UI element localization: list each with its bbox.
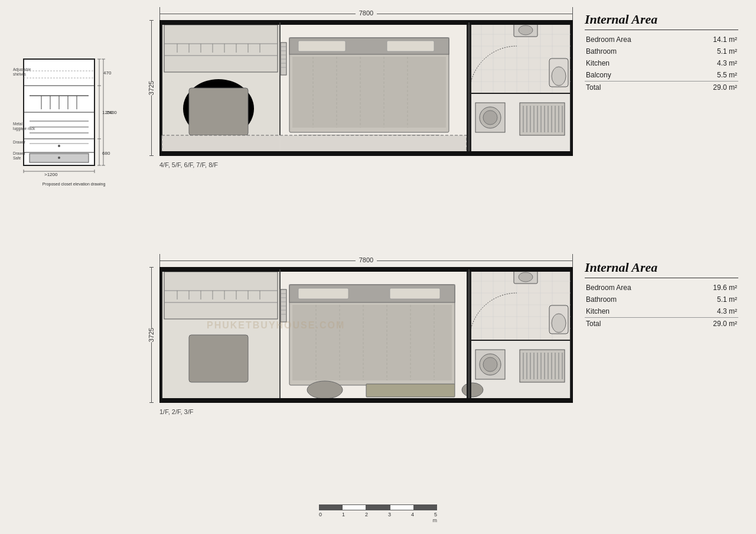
- upper-dim-left-value: 3725: [146, 81, 156, 95]
- svg-rect-172: [189, 335, 248, 382]
- svg-point-146: [483, 357, 497, 372]
- scale-seg: [414, 505, 437, 510]
- svg-rect-96: [164, 25, 278, 72]
- scale-1: 1: [342, 512, 345, 517]
- row-value: 19.6 m²: [683, 282, 738, 294]
- row-value: 5.1 m²: [683, 45, 738, 57]
- scale-segments: [319, 504, 437, 510]
- scale-unit: m: [319, 517, 437, 523]
- svg-text:shelves: shelves: [13, 72, 27, 76]
- svg-rect-87: [387, 41, 434, 51]
- row-value: 4.3 m²: [683, 57, 738, 69]
- scale-3: 3: [388, 512, 391, 517]
- svg-rect-175: [298, 288, 348, 299]
- svg-text:Adjustable: Adjustable: [13, 67, 31, 72]
- lower-dim-top-value: 7800: [356, 256, 377, 263]
- lower-area-title: Internal Area: [585, 260, 738, 278]
- lower-floorplan-svg: [159, 267, 573, 403]
- scale-5: 5: [434, 512, 437, 517]
- total-value: 29.0 m²: [683, 318, 738, 330]
- row-label: Balcony: [585, 69, 683, 82]
- total-label: Total: [585, 82, 683, 94]
- svg-rect-195: [159, 267, 573, 272]
- svg-text:2400: 2400: [106, 110, 117, 115]
- svg-point-19: [58, 157, 60, 159]
- upper-dim-left: 3725: [144, 20, 158, 156]
- lower-plan-wrap: 3725 PHUKETBUYHOUSE.COM: [159, 267, 573, 405]
- upper-floorplan-svg: [159, 20, 573, 156]
- scale-4: 4: [411, 512, 414, 517]
- lower-area-data: Bedroom Area 19.6 m² Bathroom 5.1 m² Kit…: [585, 282, 738, 330]
- row-label: Bedroom Area: [585, 282, 683, 294]
- svg-rect-185: [366, 384, 455, 397]
- svg-rect-86: [298, 41, 346, 51]
- scale-numbers: 0 1 2 3 4 5: [319, 512, 437, 517]
- svg-rect-176: [390, 288, 440, 299]
- scale-bar: 0 1 2 3 4 5 m: [319, 504, 437, 523]
- table-row: Bathroom 5.1 m²: [585, 294, 738, 305]
- row-value: 14.1 m²: [683, 34, 738, 45]
- svg-rect-116: [162, 135, 467, 154]
- table-row: Balcony 5.5 m²: [585, 69, 738, 82]
- upper-plan: 7800 3725: [142, 7, 573, 168]
- lower-dim-left: 3725: [144, 267, 158, 403]
- svg-rect-109: [281, 43, 286, 75]
- svg-point-65: [552, 67, 566, 86]
- row-value: 4.3 m²: [683, 305, 738, 318]
- svg-rect-108: [189, 88, 248, 135]
- table-row: Bedroom Area 19.6 m²: [585, 282, 738, 294]
- svg-rect-118: [159, 20, 573, 25]
- svg-rect-161: [164, 272, 278, 319]
- closet-diagram: 470 1250 2400 680 >1200 Adjustable shelv…: [12, 53, 124, 177]
- svg-text:luggage rack: luggage rack: [13, 126, 35, 131]
- lower-area-table: Internal Area Bedroom Area 19.6 m² Bathr…: [585, 260, 738, 330]
- svg-point-184: [307, 381, 343, 399]
- svg-rect-196: [159, 398, 573, 403]
- upper-dim-top: 7800: [159, 7, 573, 20]
- total-row: Total 29.0 m²: [585, 82, 738, 94]
- table-row: Bedroom Area 14.1 m²: [585, 34, 738, 45]
- row-label: Bedroom Area: [585, 34, 683, 45]
- svg-point-141: [552, 314, 566, 333]
- row-label: Bathroom: [585, 294, 683, 305]
- row-label: Kitchen: [585, 57, 683, 69]
- svg-text:Drawer: Drawer: [13, 140, 26, 144]
- svg-point-70: [483, 110, 497, 125]
- scale-2: 2: [365, 512, 368, 517]
- lower-plan: 7800 3725 PHUKETBUYHOUSE.COM: [142, 254, 573, 415]
- total-label: Total: [585, 318, 683, 330]
- upper-plan-wrap: 3725: [159, 20, 573, 158]
- total-row: Total 29.0 m²: [585, 318, 738, 330]
- scale-seg: [390, 505, 414, 510]
- row-label: Bathroom: [585, 45, 683, 57]
- lower-plan-floors: 1/F, 2/F, 3/F: [159, 408, 573, 415]
- row-value: 5.5 m²: [683, 69, 738, 82]
- svg-text:Drawer: Drawer: [13, 151, 26, 155]
- row-value: 5.1 m²: [683, 294, 738, 305]
- upper-area-data: Bedroom Area 14.1 m² Bathroom 5.1 m² Kit…: [585, 34, 738, 93]
- svg-point-17: [58, 145, 60, 147]
- closet-label: Proposed closet elevation drawing: [12, 182, 136, 186]
- table-row: Kitchen 4.3 m²: [585, 57, 738, 69]
- row-label: Kitchen: [585, 305, 683, 318]
- page: 470 1250 2400 680 >1200 Adjustable shelv…: [0, 0, 756, 534]
- svg-text:Metal: Metal: [13, 122, 22, 126]
- upper-dim-top-value: 7800: [356, 9, 377, 17]
- scale-0: 0: [319, 512, 322, 517]
- svg-point-139: [519, 272, 533, 282]
- svg-rect-177: [292, 305, 452, 380]
- svg-text:680: 680: [102, 151, 110, 156]
- scale-seg: [366, 505, 390, 510]
- svg-rect-187: [281, 289, 286, 322]
- table-row: Kitchen 4.3 m²: [585, 305, 738, 318]
- scale-seg: [319, 505, 343, 510]
- upper-area-table: Internal Area Bedroom Area 14.1 m² Bathr…: [585, 12, 738, 93]
- svg-rect-119: [159, 151, 573, 156]
- lower-dim-top: 7800: [159, 254, 573, 267]
- svg-point-63: [519, 25, 533, 35]
- table-row: Bathroom 5.1 m²: [585, 45, 738, 57]
- scale-seg: [343, 505, 366, 510]
- upper-plan-floors: 4/F, 5/F, 6/F, 7/F, 8/F: [159, 161, 573, 168]
- svg-point-186: [462, 383, 483, 397]
- svg-text:470: 470: [103, 70, 112, 76]
